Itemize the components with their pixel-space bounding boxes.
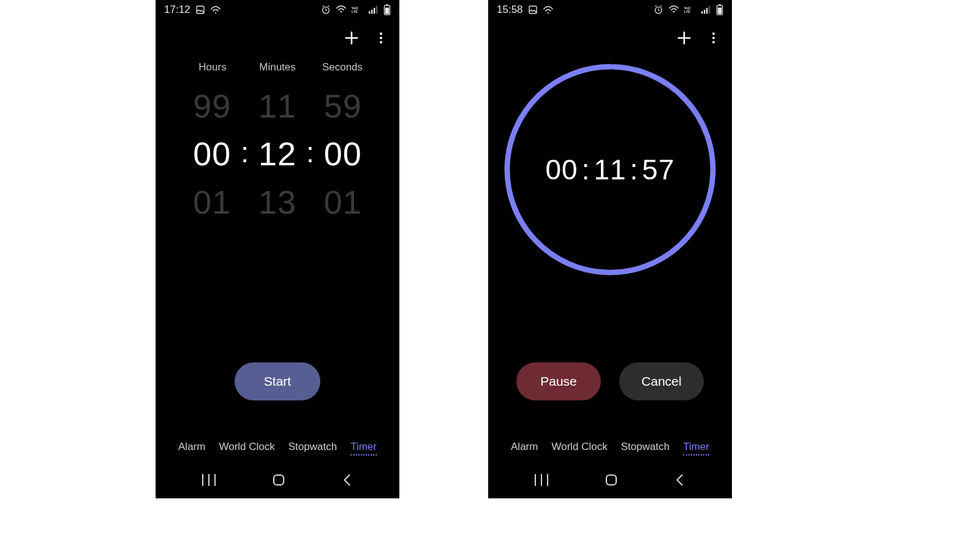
hours-value: 00 xyxy=(545,153,578,186)
svg-text:LTE: LTE xyxy=(684,10,690,13)
svg-rect-21 xyxy=(701,11,703,13)
time-separator: : xyxy=(582,153,590,186)
system-nav-bar xyxy=(156,462,399,498)
svg-rect-10 xyxy=(386,4,388,6)
button-row: Pause Cancel xyxy=(488,362,732,400)
hours-label: Hours xyxy=(180,61,245,73)
picture-icon xyxy=(528,5,538,15)
time-separator: : xyxy=(241,138,249,167)
svg-rect-26 xyxy=(718,4,721,6)
svg-rect-6 xyxy=(371,10,372,13)
more-options-button[interactable] xyxy=(368,24,394,51)
nav-recents-button[interactable] xyxy=(533,473,549,487)
hours-cur: 00 xyxy=(193,130,231,178)
svg-rect-7 xyxy=(374,8,375,14)
nav-back-button[interactable] xyxy=(673,473,687,487)
svg-rect-11 xyxy=(385,7,389,13)
minutes-value: 11 xyxy=(594,153,626,186)
tab-worldclock[interactable]: World Clock xyxy=(219,441,274,455)
nav-home-button[interactable] xyxy=(604,473,619,487)
pause-button[interactable]: Pause xyxy=(516,362,601,400)
alarm-set-icon xyxy=(654,5,663,15)
start-button[interactable]: Start xyxy=(235,362,320,400)
nav-home-button[interactable] xyxy=(271,473,286,487)
plus-icon xyxy=(676,29,693,47)
svg-rect-33 xyxy=(606,475,616,485)
recents-icon xyxy=(533,473,549,487)
home-icon xyxy=(604,473,619,487)
status-time: 17:12 xyxy=(164,4,190,16)
tab-timer[interactable]: Timer xyxy=(350,441,377,455)
back-icon xyxy=(341,473,354,487)
time-separator: : xyxy=(630,153,639,186)
seconds-value: 57 xyxy=(642,153,674,186)
svg-text:Vo)): Vo)) xyxy=(352,6,358,10)
svg-point-30 xyxy=(712,41,715,43)
more-options-button[interactable] xyxy=(700,24,727,51)
phone-timer-setup: 17:12 Vo))LTE Hours Minutes Sec xyxy=(156,0,399,498)
tab-stopwatch[interactable]: Stopwatch xyxy=(621,441,669,455)
nav-recents-button[interactable] xyxy=(201,473,217,487)
picker-header: Hours Minutes Seconds xyxy=(156,61,399,73)
seconds-wheel[interactable]: 59 00 01 xyxy=(311,82,375,226)
wifi-icon xyxy=(336,6,347,14)
app-bar xyxy=(156,20,399,56)
time-remaining: 00 : 11 : 57 xyxy=(503,62,717,277)
add-timer-button[interactable] xyxy=(338,24,365,51)
wifi-calling-icon xyxy=(543,6,554,14)
volte-icon: Vo))LTE xyxy=(684,6,696,14)
home-icon xyxy=(271,473,286,487)
plus-icon xyxy=(343,29,360,47)
button-row: Start xyxy=(156,362,399,400)
svg-rect-8 xyxy=(376,6,377,14)
app-bar xyxy=(488,20,732,56)
svg-rect-24 xyxy=(709,6,710,14)
more-vert-icon xyxy=(706,31,721,45)
time-separator: : xyxy=(306,138,314,167)
phone-timer-running: 15:58 Vo))LTE xyxy=(488,0,732,498)
recents-icon xyxy=(201,473,217,487)
tab-stopwatch[interactable]: Stopwatch xyxy=(288,441,337,455)
hours-wheel[interactable]: 99 00 01 xyxy=(179,82,244,226)
back-icon xyxy=(673,473,687,487)
svg-rect-27 xyxy=(718,7,722,13)
timer-ring: 00 : 11 : 57 xyxy=(503,62,717,277)
picture-icon xyxy=(195,5,205,15)
battery-icon xyxy=(716,4,723,15)
svg-point-13 xyxy=(380,37,382,39)
minutes-prev: 11 xyxy=(258,82,296,130)
status-bar: 15:58 Vo))LTE xyxy=(488,0,732,20)
minutes-wheel[interactable]: 11 12 13 xyxy=(245,82,310,226)
status-time: 15:58 xyxy=(497,4,523,16)
seconds-cur: 00 xyxy=(324,130,362,178)
svg-rect-5 xyxy=(369,11,370,13)
signal-icon xyxy=(701,6,711,14)
minutes-label: Minutes xyxy=(245,61,310,73)
svg-text:LTE: LTE xyxy=(352,10,358,13)
svg-text:Vo)): Vo)) xyxy=(684,6,690,10)
seconds-label: Seconds xyxy=(310,61,375,73)
svg-point-28 xyxy=(712,32,715,35)
signal-icon xyxy=(369,6,379,14)
hours-next: 01 xyxy=(193,178,231,226)
tab-worldclock[interactable]: World Clock xyxy=(551,441,607,455)
svg-point-14 xyxy=(380,41,382,43)
seconds-next: 01 xyxy=(324,178,362,226)
alarm-set-icon xyxy=(321,5,331,15)
svg-rect-0 xyxy=(197,6,204,13)
svg-rect-22 xyxy=(704,10,705,13)
svg-rect-23 xyxy=(706,8,707,14)
minutes-next: 13 xyxy=(258,178,296,226)
system-nav-bar xyxy=(488,462,732,498)
nav-back-button[interactable] xyxy=(341,473,354,487)
add-timer-button[interactable] xyxy=(671,24,698,51)
tab-alarm[interactable]: Alarm xyxy=(511,441,538,455)
time-picker: 99 00 01 : 11 12 13 : 59 00 01 xyxy=(156,82,399,226)
tab-alarm[interactable]: Alarm xyxy=(178,441,205,455)
tab-timer[interactable]: Timer xyxy=(683,441,709,455)
cancel-button[interactable]: Cancel xyxy=(619,362,704,400)
svg-point-17 xyxy=(547,12,548,13)
bottom-tabs: Alarm World Clock Stopwatch Timer xyxy=(156,441,399,455)
more-vert-icon xyxy=(374,31,388,45)
wifi-icon xyxy=(668,6,679,14)
